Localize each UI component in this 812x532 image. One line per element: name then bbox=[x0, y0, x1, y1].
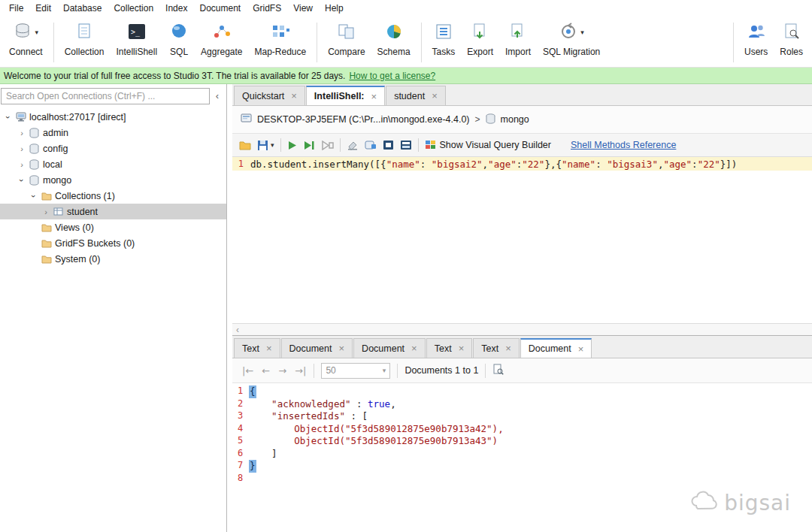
close-icon[interactable]: × bbox=[411, 343, 417, 354]
close-icon[interactable]: × bbox=[578, 343, 584, 355]
previous-page-button[interactable]: ← bbox=[261, 365, 271, 376]
view-document-icon[interactable] bbox=[492, 364, 504, 377]
connect-dropdown-caret[interactable]: ▾ bbox=[35, 29, 39, 36]
roles-label: Roles bbox=[780, 47, 803, 57]
last-page-button[interactable]: →| bbox=[294, 365, 307, 376]
connect-button[interactable]: ▾ Connect bbox=[3, 18, 49, 67]
tree-item-mongo[interactable]: › mongo bbox=[0, 172, 226, 188]
aggregate-label: Aggregate bbox=[201, 47, 242, 57]
roles-button[interactable]: Roles bbox=[774, 18, 809, 67]
menu-document[interactable]: Document bbox=[193, 1, 247, 16]
tab-intellishell[interactable]: IntelliShell: × bbox=[306, 86, 385, 105]
close-icon[interactable]: × bbox=[339, 343, 345, 354]
result-tab-text-3[interactable]: Text × bbox=[473, 338, 520, 358]
intellishell-label: IntelliShell bbox=[116, 47, 157, 57]
new-shell-tab-icon[interactable] bbox=[365, 140, 377, 150]
intellishell-button[interactable]: >_ IntelliShell bbox=[110, 18, 163, 67]
tree-item-config[interactable]: › config bbox=[0, 141, 226, 156]
tab-label: IntelliShell: bbox=[314, 91, 365, 101]
first-page-button[interactable]: |← bbox=[241, 365, 254, 376]
sql-migration-button[interactable]: ▾ SQL Migration bbox=[537, 18, 606, 67]
expand-arrow-icon[interactable]: › bbox=[17, 175, 26, 186]
sql-button[interactable]: SQL bbox=[163, 18, 195, 67]
map-reduce-label: Map-Reduce bbox=[255, 47, 307, 57]
menu-index[interactable]: Index bbox=[159, 1, 193, 16]
aggregate-button[interactable]: Aggregate bbox=[195, 18, 248, 67]
close-icon[interactable]: × bbox=[505, 343, 511, 354]
sidebar-collapse-icon[interactable]: ‹ bbox=[210, 90, 225, 101]
expand-arrow-icon[interactable]: › bbox=[29, 191, 38, 201]
tree-item-localhost[interactable]: › localhost:27017 [direct] bbox=[0, 109, 226, 125]
open-file-icon[interactable] bbox=[239, 140, 251, 150]
save-button[interactable]: ▾ bbox=[257, 140, 274, 151]
clear-shell-icon[interactable] bbox=[347, 140, 359, 150]
result-tab-document-1[interactable]: Document × bbox=[281, 338, 353, 358]
result-tab-document-3[interactable]: Document × bbox=[520, 338, 592, 358]
tree-item-local[interactable]: › local bbox=[0, 156, 226, 172]
collection-button[interactable]: Collection bbox=[59, 18, 111, 67]
close-icon[interactable]: × bbox=[371, 91, 377, 102]
close-icon[interactable]: × bbox=[432, 90, 438, 101]
output-table-icon[interactable] bbox=[400, 140, 412, 150]
result-output[interactable]: 1{ 2 "acknowledged" : true, 3 "insertedI… bbox=[232, 383, 812, 532]
tree-item-system[interactable]: › System (0) bbox=[0, 251, 226, 267]
close-icon[interactable]: × bbox=[291, 90, 297, 101]
menu-view[interactable]: View bbox=[287, 1, 319, 16]
output-text: "insertedIds" bbox=[271, 410, 345, 423]
menu-collection[interactable]: Collection bbox=[108, 1, 159, 16]
explain-query-icon[interactable] bbox=[321, 141, 334, 150]
close-icon[interactable]: × bbox=[459, 343, 465, 354]
tasks-button[interactable]: Tasks bbox=[426, 18, 462, 67]
toolbar-separator bbox=[317, 23, 317, 62]
export-button[interactable]: Export bbox=[461, 18, 499, 67]
tree-item-admin[interactable]: › admin bbox=[0, 125, 226, 141]
import-button[interactable]: Import bbox=[499, 18, 537, 67]
next-page-button[interactable]: → bbox=[277, 365, 287, 376]
scroll-left-icon[interactable]: ‹ bbox=[236, 325, 239, 335]
import-icon bbox=[508, 22, 528, 44]
expand-arrow-icon[interactable]: › bbox=[17, 128, 27, 138]
menu-file[interactable]: File bbox=[3, 1, 29, 16]
expand-arrow-icon[interactable]: › bbox=[41, 207, 51, 216]
close-icon[interactable]: × bbox=[266, 343, 272, 354]
get-license-link[interactable]: How to get a license? bbox=[349, 71, 435, 81]
tree-item-student[interactable]: › student bbox=[0, 204, 226, 219]
menu-database[interactable]: Database bbox=[57, 1, 108, 16]
code-token: "22" bbox=[522, 159, 544, 170]
sidebar-splitter[interactable] bbox=[227, 84, 232, 532]
run-script-icon[interactable] bbox=[287, 141, 297, 150]
menu-gridfs[interactable]: GridFS bbox=[247, 1, 287, 16]
editor-horizontal-scrollbar[interactable]: ‹ bbox=[232, 323, 812, 335]
menu-edit[interactable]: Edit bbox=[29, 1, 57, 16]
editor-line: 1 db.student.insertMany([{"name": "bigsa… bbox=[232, 157, 812, 171]
page-size-select[interactable]: 50 ▾ bbox=[321, 363, 390, 379]
output-line-number: 7 bbox=[232, 460, 249, 473]
toolbar-separator bbox=[340, 138, 341, 152]
tree-item-views[interactable]: › Views (0) bbox=[0, 219, 226, 235]
tree-item-gridfs-buckets[interactable]: › GridFS Buckets (0) bbox=[0, 235, 226, 251]
map-reduce-button[interactable]: Map-Reduce bbox=[249, 18, 313, 67]
users-button[interactable]: Users bbox=[738, 18, 774, 67]
schema-button[interactable]: Schema bbox=[371, 18, 417, 67]
tab-student[interactable]: student × bbox=[386, 86, 446, 105]
result-tab-document-2[interactable]: Document × bbox=[353, 338, 426, 358]
connection-path[interactable]: DESKTOP-3PJ5EFM (C:\Pr...in\mongod.exe-4… bbox=[257, 114, 470, 125]
expand-arrow-icon[interactable]: › bbox=[4, 112, 13, 122]
run-statement-icon[interactable] bbox=[303, 141, 315, 150]
search-connections-input[interactable] bbox=[1, 88, 210, 104]
result-tab-text-2[interactable]: Text × bbox=[426, 338, 473, 358]
expand-arrow-icon[interactable]: › bbox=[17, 144, 27, 153]
compare-button[interactable]: Compare bbox=[322, 18, 371, 67]
tree-item-collections[interactable]: › Collections (1) bbox=[0, 188, 226, 204]
connection-database[interactable]: mongo bbox=[501, 114, 529, 125]
output-json-icon[interactable] bbox=[383, 140, 394, 150]
intellishell-editor[interactable]: 1 db.student.insertMany([{"name": "bigsa… bbox=[232, 157, 812, 323]
sql-migration-dropdown-caret[interactable]: ▾ bbox=[580, 29, 584, 36]
expand-arrow-icon[interactable]: › bbox=[17, 160, 27, 169]
shell-methods-reference-link[interactable]: Shell Methods Reference bbox=[571, 140, 676, 150]
visual-query-builder-button[interactable]: Show Visual Query Builder bbox=[425, 140, 551, 150]
save-dropdown-caret[interactable]: ▾ bbox=[271, 141, 274, 149]
tab-quickstart[interactable]: Quickstart × bbox=[234, 86, 305, 105]
menu-help[interactable]: Help bbox=[319, 1, 350, 16]
result-tab-text-1[interactable]: Text × bbox=[234, 338, 280, 358]
